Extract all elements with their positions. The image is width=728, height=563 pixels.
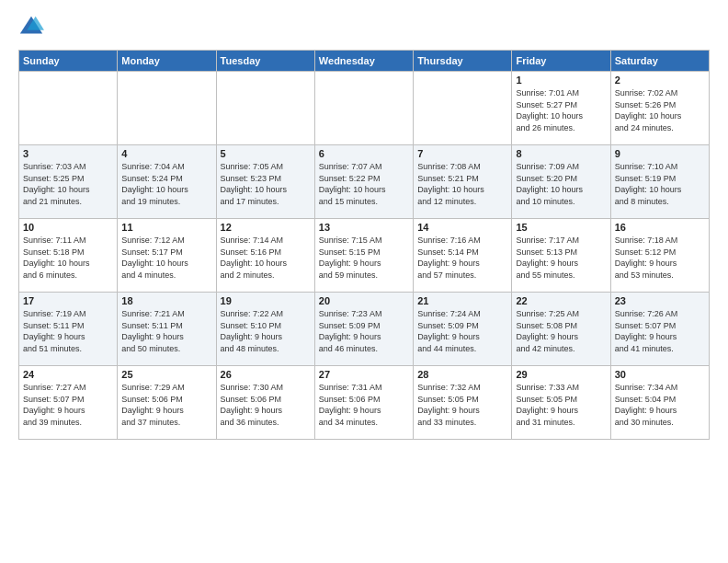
day-number: 7 xyxy=(417,148,507,159)
day-number: 14 xyxy=(417,222,507,233)
calendar-cell: 22Sunrise: 7:25 AM Sunset: 5:08 PM Dayli… xyxy=(512,293,610,366)
day-info: Sunrise: 7:31 AM Sunset: 5:06 PM Dayligh… xyxy=(319,382,409,428)
day-number: 15 xyxy=(516,222,606,233)
day-info: Sunrise: 7:02 AM Sunset: 5:26 PM Dayligh… xyxy=(615,87,705,133)
day-info: Sunrise: 7:11 AM Sunset: 5:18 PM Dayligh… xyxy=(23,235,113,281)
day-number: 18 xyxy=(121,295,211,306)
day-number: 19 xyxy=(221,295,311,306)
day-number: 5 xyxy=(221,148,311,159)
day-number: 12 xyxy=(221,222,311,233)
calendar-cell: 16Sunrise: 7:18 AM Sunset: 5:12 PM Dayli… xyxy=(610,219,709,293)
calendar-cell: 21Sunrise: 7:24 AM Sunset: 5:09 PM Dayli… xyxy=(414,293,512,366)
calendar-cell: 27Sunrise: 7:31 AM Sunset: 5:06 PM Dayli… xyxy=(314,366,413,440)
day-info: Sunrise: 7:21 AM Sunset: 5:11 PM Dayligh… xyxy=(121,308,211,354)
calendar-table: SundayMondayTuesdayWednesdayThursdayFrid… xyxy=(18,50,710,440)
calendar-week-row: 10Sunrise: 7:11 AM Sunset: 5:18 PM Dayli… xyxy=(19,219,710,293)
day-info: Sunrise: 7:19 AM Sunset: 5:11 PM Dayligh… xyxy=(23,308,113,354)
header xyxy=(18,15,710,40)
day-number: 21 xyxy=(417,295,507,306)
calendar-cell: 29Sunrise: 7:33 AM Sunset: 5:05 PM Dayli… xyxy=(512,366,610,440)
day-info: Sunrise: 7:16 AM Sunset: 5:14 PM Dayligh… xyxy=(417,235,507,281)
day-number: 16 xyxy=(615,222,705,233)
calendar-cell: 24Sunrise: 7:27 AM Sunset: 5:07 PM Dayli… xyxy=(19,366,118,440)
day-info: Sunrise: 7:01 AM Sunset: 5:27 PM Dayligh… xyxy=(516,87,606,133)
calendar-cell xyxy=(216,72,314,145)
calendar-cell: 12Sunrise: 7:14 AM Sunset: 5:16 PM Dayli… xyxy=(216,219,314,293)
day-info: Sunrise: 7:18 AM Sunset: 5:12 PM Dayligh… xyxy=(615,235,705,281)
day-number: 24 xyxy=(23,369,113,380)
weekday-header-wednesday: Wednesday xyxy=(314,51,413,72)
calendar-cell xyxy=(314,72,413,145)
day-info: Sunrise: 7:03 AM Sunset: 5:25 PM Dayligh… xyxy=(23,161,113,207)
calendar-cell: 30Sunrise: 7:34 AM Sunset: 5:04 PM Dayli… xyxy=(610,366,709,440)
day-info: Sunrise: 7:27 AM Sunset: 5:07 PM Dayligh… xyxy=(23,382,113,428)
day-info: Sunrise: 7:32 AM Sunset: 5:05 PM Dayligh… xyxy=(417,382,507,428)
calendar-cell: 11Sunrise: 7:12 AM Sunset: 5:17 PM Dayli… xyxy=(118,219,216,293)
day-number: 22 xyxy=(516,295,606,306)
day-number: 9 xyxy=(615,148,705,159)
calendar-week-row: 1Sunrise: 7:01 AM Sunset: 5:27 PM Daylig… xyxy=(19,72,710,145)
calendar-cell: 2Sunrise: 7:02 AM Sunset: 5:26 PM Daylig… xyxy=(610,72,709,145)
calendar-cell: 3Sunrise: 7:03 AM Sunset: 5:25 PM Daylig… xyxy=(19,145,118,219)
day-info: Sunrise: 7:14 AM Sunset: 5:16 PM Dayligh… xyxy=(221,235,311,281)
weekday-header-tuesday: Tuesday xyxy=(216,51,314,72)
day-info: Sunrise: 7:15 AM Sunset: 5:15 PM Dayligh… xyxy=(319,235,409,281)
calendar-cell xyxy=(118,72,216,145)
calendar-week-row: 24Sunrise: 7:27 AM Sunset: 5:07 PM Dayli… xyxy=(19,366,710,440)
day-number: 3 xyxy=(23,148,113,159)
calendar-cell: 13Sunrise: 7:15 AM Sunset: 5:15 PM Dayli… xyxy=(314,219,413,293)
day-number: 8 xyxy=(516,148,606,159)
day-number: 28 xyxy=(417,369,507,380)
weekday-header-friday: Friday xyxy=(512,51,610,72)
calendar-cell: 14Sunrise: 7:16 AM Sunset: 5:14 PM Dayli… xyxy=(414,219,512,293)
day-number: 27 xyxy=(319,369,409,380)
calendar-week-row: 3Sunrise: 7:03 AM Sunset: 5:25 PM Daylig… xyxy=(19,145,710,219)
calendar-header-row: SundayMondayTuesdayWednesdayThursdayFrid… xyxy=(19,51,710,72)
day-number: 20 xyxy=(319,295,409,306)
day-number: 29 xyxy=(516,369,606,380)
day-info: Sunrise: 7:09 AM Sunset: 5:20 PM Dayligh… xyxy=(516,161,606,207)
day-info: Sunrise: 7:08 AM Sunset: 5:21 PM Dayligh… xyxy=(417,161,507,207)
day-info: Sunrise: 7:17 AM Sunset: 5:13 PM Dayligh… xyxy=(516,235,606,281)
calendar-cell xyxy=(19,72,118,145)
day-number: 2 xyxy=(615,75,705,86)
calendar-cell: 19Sunrise: 7:22 AM Sunset: 5:10 PM Dayli… xyxy=(216,293,314,366)
day-number: 26 xyxy=(221,369,311,380)
calendar-cell: 6Sunrise: 7:07 AM Sunset: 5:22 PM Daylig… xyxy=(314,145,413,219)
day-number: 6 xyxy=(319,148,409,159)
logo xyxy=(18,15,48,40)
day-number: 30 xyxy=(615,369,705,380)
day-number: 1 xyxy=(516,75,606,86)
day-number: 11 xyxy=(121,222,211,233)
weekday-header-monday: Monday xyxy=(118,51,216,72)
calendar-cell: 1Sunrise: 7:01 AM Sunset: 5:27 PM Daylig… xyxy=(512,72,610,145)
calendar-cell: 20Sunrise: 7:23 AM Sunset: 5:09 PM Dayli… xyxy=(314,293,413,366)
calendar-cell: 8Sunrise: 7:09 AM Sunset: 5:20 PM Daylig… xyxy=(512,145,610,219)
day-number: 25 xyxy=(121,369,211,380)
day-number: 10 xyxy=(23,222,113,233)
page: SundayMondayTuesdayWednesdayThursdayFrid… xyxy=(0,0,728,563)
calendar-cell: 26Sunrise: 7:30 AM Sunset: 5:06 PM Dayli… xyxy=(216,366,314,440)
day-number: 17 xyxy=(23,295,113,306)
calendar-cell: 15Sunrise: 7:17 AM Sunset: 5:13 PM Dayli… xyxy=(512,219,610,293)
calendar-cell: 9Sunrise: 7:10 AM Sunset: 5:19 PM Daylig… xyxy=(610,145,709,219)
day-info: Sunrise: 7:33 AM Sunset: 5:05 PM Dayligh… xyxy=(516,382,606,428)
day-info: Sunrise: 7:23 AM Sunset: 5:09 PM Dayligh… xyxy=(319,308,409,354)
logo-icon xyxy=(18,15,44,40)
calendar-cell: 25Sunrise: 7:29 AM Sunset: 5:06 PM Dayli… xyxy=(118,366,216,440)
calendar-cell: 17Sunrise: 7:19 AM Sunset: 5:11 PM Dayli… xyxy=(19,293,118,366)
calendar-cell: 7Sunrise: 7:08 AM Sunset: 5:21 PM Daylig… xyxy=(414,145,512,219)
day-info: Sunrise: 7:26 AM Sunset: 5:07 PM Dayligh… xyxy=(615,308,705,354)
calendar-cell: 18Sunrise: 7:21 AM Sunset: 5:11 PM Dayli… xyxy=(118,293,216,366)
calendar-week-row: 17Sunrise: 7:19 AM Sunset: 5:11 PM Dayli… xyxy=(19,293,710,366)
calendar-cell: 5Sunrise: 7:05 AM Sunset: 5:23 PM Daylig… xyxy=(216,145,314,219)
calendar-cell: 28Sunrise: 7:32 AM Sunset: 5:05 PM Dayli… xyxy=(414,366,512,440)
day-number: 23 xyxy=(615,295,705,306)
weekday-header-sunday: Sunday xyxy=(19,51,118,72)
day-info: Sunrise: 7:24 AM Sunset: 5:09 PM Dayligh… xyxy=(417,308,507,354)
weekday-header-thursday: Thursday xyxy=(414,51,512,72)
calendar-cell: 23Sunrise: 7:26 AM Sunset: 5:07 PM Dayli… xyxy=(610,293,709,366)
day-info: Sunrise: 7:29 AM Sunset: 5:06 PM Dayligh… xyxy=(121,382,211,428)
calendar-cell: 10Sunrise: 7:11 AM Sunset: 5:18 PM Dayli… xyxy=(19,219,118,293)
day-info: Sunrise: 7:07 AM Sunset: 5:22 PM Dayligh… xyxy=(319,161,409,207)
